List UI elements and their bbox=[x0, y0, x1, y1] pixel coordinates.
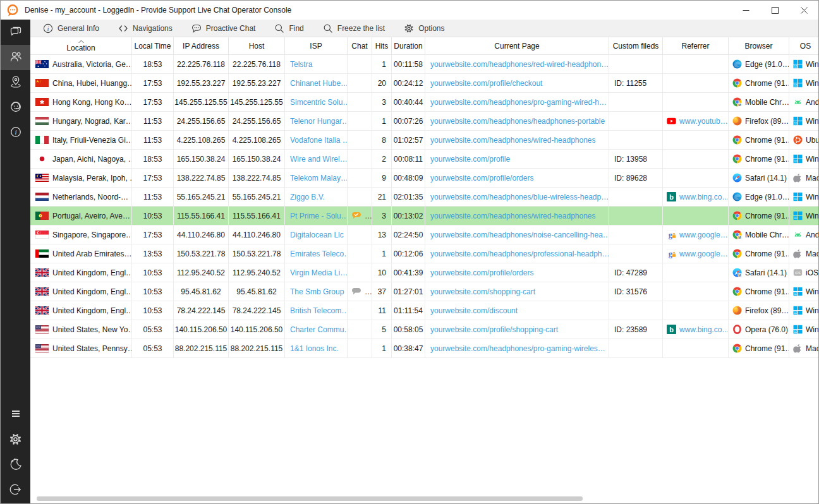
cell-host[interactable]: 145.255.125.55 bbox=[229, 93, 285, 112]
cell-isp[interactable]: Simcentric Solu… bbox=[285, 93, 348, 112]
cell-duration[interactable]: 00:24:12 bbox=[392, 74, 425, 93]
cell-os[interactable]: Mac bbox=[789, 339, 818, 358]
current-page-link[interactable]: yourwebsite.com/discount bbox=[430, 306, 518, 315]
cell-os[interactable]: 10Win bbox=[789, 150, 818, 169]
cell-current_page[interactable]: yourwebsite.com/headphones/pro-gaming-wi… bbox=[425, 93, 609, 112]
cell-host[interactable]: 88.202.215.115 bbox=[229, 339, 285, 358]
cell-local_time[interactable]: 17:53 bbox=[132, 93, 174, 112]
cell-hits[interactable]: 3 bbox=[372, 207, 392, 225]
cell-current_page[interactable]: yourwebsite.com/headphones/wired-headpho… bbox=[425, 207, 609, 225]
current-page-link[interactable]: yourwebsite.com/headphones/blue-wireless… bbox=[430, 193, 609, 201]
cell-referrer[interactable] bbox=[663, 301, 729, 320]
column-header-referrer[interactable]: Referrer bbox=[663, 37, 729, 55]
cell-ip[interactable]: 88.202.215.115 bbox=[174, 339, 229, 358]
cell-custom_fields[interactable]: ID: 47289 bbox=[609, 263, 663, 282]
cell-os[interactable]: 10Win bbox=[789, 55, 818, 74]
cell-current_page[interactable]: yourwebsite.com/shopping-cart bbox=[425, 282, 609, 301]
cell-host[interactable]: 44.110.246.80 bbox=[229, 225, 285, 244]
cell-chat[interactable] bbox=[348, 320, 372, 339]
cell-chat[interactable] bbox=[348, 93, 372, 112]
column-header-ip[interactable]: IP Address bbox=[174, 37, 229, 55]
cell-ip[interactable]: 140.115.206.50 bbox=[174, 320, 229, 339]
cell-chat[interactable] bbox=[348, 55, 372, 74]
sidebar-item-settings[interactable] bbox=[1, 428, 30, 453]
cell-custom_fields[interactable]: ID: 89628 bbox=[609, 169, 663, 188]
column-header-host[interactable]: Host bbox=[229, 37, 285, 55]
cell-os[interactable]: And bbox=[789, 225, 818, 244]
cell-host[interactable]: 138.222.74.85 bbox=[229, 169, 285, 188]
cell-os[interactable]: And bbox=[789, 93, 818, 112]
current-page-link[interactable]: yourwebsite.com/profile/checkout bbox=[430, 79, 542, 88]
cell-host[interactable]: 22.225.76.118 bbox=[229, 55, 285, 74]
column-header-isp[interactable]: ISP bbox=[285, 37, 348, 55]
cell-local_time[interactable]: 11:53 bbox=[132, 188, 174, 207]
cell-ip[interactable]: 22.225.76.118 bbox=[174, 55, 229, 74]
cell-location[interactable]: United Kingdom, Engl… bbox=[30, 263, 132, 282]
cell-referrer[interactable]: bwww.bing.co… bbox=[663, 320, 729, 339]
cell-location[interactable]: United States, Pennsy… bbox=[30, 339, 132, 358]
cell-isp[interactable]: Ziggo B.V. bbox=[285, 188, 348, 207]
cell-os[interactable]: 10Win bbox=[789, 207, 818, 225]
isp-link[interactable]: Charter Commu… bbox=[290, 325, 348, 334]
column-header-os[interactable]: OS bbox=[789, 37, 818, 55]
isp-link[interactable]: Emirates Teleco… bbox=[290, 249, 348, 258]
cell-os[interactable]: Mac bbox=[789, 244, 818, 263]
cell-hits[interactable]: 1 bbox=[372, 339, 392, 358]
isp-link[interactable]: Ziggo B.V. bbox=[290, 193, 325, 201]
cell-isp[interactable]: Wire and Wirel… bbox=[285, 150, 348, 169]
cell-custom_fields[interactable]: ID: 31576 bbox=[609, 282, 663, 301]
cell-custom_fields[interactable] bbox=[609, 131, 663, 150]
cell-custom_fields[interactable]: ID: 11255 bbox=[609, 74, 663, 93]
current-page-link[interactable]: yourwebsite.com/headphones/pro-gaming-wi… bbox=[430, 344, 605, 353]
minimize-button[interactable] bbox=[731, 1, 760, 20]
cell-isp[interactable]: Vodafone Italia … bbox=[285, 131, 348, 150]
cell-chat[interactable] bbox=[348, 339, 372, 358]
cell-host[interactable]: 150.53.221.78 bbox=[229, 244, 285, 263]
cell-isp[interactable]: Charter Commu… bbox=[285, 320, 348, 339]
cell-browser[interactable]: Opera (76.0) bbox=[729, 320, 789, 339]
current-page-link[interactable]: yourwebsite.com/headphones/wired-headpho… bbox=[430, 212, 596, 220]
cell-local_time[interactable]: 17:53 bbox=[132, 169, 174, 188]
cell-local_time[interactable]: 11:53 bbox=[132, 112, 174, 131]
cell-referrer[interactable] bbox=[663, 207, 729, 225]
column-header-chat[interactable]: Chat bbox=[348, 37, 372, 55]
referrer-link[interactable]: www.bing.co… bbox=[679, 193, 729, 201]
cell-os[interactable]: Mac bbox=[789, 169, 818, 188]
cell-ip[interactable]: 150.53.221.78 bbox=[174, 244, 229, 263]
cell-local_time[interactable]: 10:53 bbox=[132, 207, 174, 225]
cell-referrer[interactable] bbox=[663, 169, 729, 188]
cell-isp[interactable]: Chinanet Hube… bbox=[285, 74, 348, 93]
cell-duration[interactable]: 00:07:26 bbox=[392, 112, 425, 131]
cell-custom_fields[interactable] bbox=[609, 112, 663, 131]
sidebar-item-info[interactable]: i bbox=[1, 121, 30, 146]
toolbar-button-freeze-the-list[interactable]: Freeze the list bbox=[323, 23, 385, 33]
cell-hits[interactable]: 13 bbox=[372, 225, 392, 244]
cell-referrer[interactable] bbox=[663, 131, 729, 150]
cell-local_time[interactable]: 17:53 bbox=[132, 225, 174, 244]
cell-custom_fields[interactable] bbox=[609, 188, 663, 207]
cell-ip[interactable]: 115.55.166.41 bbox=[174, 207, 229, 225]
cell-chat[interactable] bbox=[348, 188, 372, 207]
cell-current_page[interactable]: yourwebsite.com/profile/shopping-cart bbox=[425, 320, 609, 339]
cell-chat[interactable] bbox=[348, 225, 372, 244]
current-page-link[interactable]: yourwebsite.com/profile/shopping-cart bbox=[430, 325, 558, 334]
cell-custom_fields[interactable] bbox=[609, 55, 663, 74]
cell-location[interactable]: Italy, Friuli-Venezia Gi… bbox=[30, 131, 132, 150]
cell-referrer[interactable] bbox=[663, 150, 729, 169]
column-header-hits[interactable]: Hits bbox=[372, 37, 392, 55]
cell-local_time[interactable]: 05:53 bbox=[132, 339, 174, 358]
cell-current_page[interactable]: yourwebsite.com/discount bbox=[425, 301, 609, 320]
cell-isp[interactable]: Emirates Teleco… bbox=[285, 244, 348, 263]
cell-duration[interactable]: 00:40:44 bbox=[392, 93, 425, 112]
cell-ip[interactable]: 55.165.245.21 bbox=[174, 188, 229, 207]
sidebar-item-geo-location[interactable] bbox=[1, 70, 30, 95]
horizontal-scrollbar-thumb[interactable] bbox=[37, 496, 583, 501]
referrer-link[interactable]: www.google… bbox=[679, 231, 728, 239]
cell-custom_fields[interactable] bbox=[609, 244, 663, 263]
cell-os[interactable]: Ubu bbox=[789, 131, 818, 150]
cell-location[interactable]: United Kingdom, Engl… bbox=[30, 301, 132, 320]
current-page-link[interactable]: yourwebsite.com/profile/orders bbox=[430, 174, 533, 183]
cell-duration[interactable]: 01:27:01 bbox=[392, 282, 425, 301]
cell-duration[interactable]: 00:13:02 bbox=[392, 207, 425, 225]
cell-ip[interactable]: 165.150.38.24 bbox=[174, 150, 229, 169]
